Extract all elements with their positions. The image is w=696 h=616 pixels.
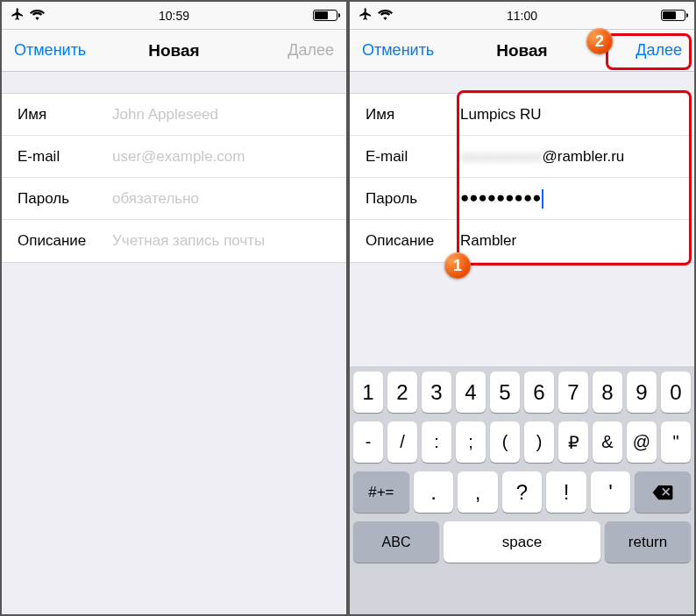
- key-sym[interactable]: -: [353, 421, 383, 463]
- key-sym[interactable]: :: [422, 421, 451, 463]
- key-8[interactable]: 8: [593, 372, 622, 413]
- next-button[interactable]: Далее: [636, 41, 682, 60]
- next-button: Далее: [288, 41, 334, 60]
- key-sym[interactable]: /: [387, 421, 417, 463]
- wifi-icon: [30, 9, 45, 23]
- email-label: E-mail: [366, 148, 460, 166]
- password-row[interactable]: Пароль ●●●●●●●●●: [350, 178, 694, 220]
- battery-icon: [661, 10, 685, 21]
- airplane-icon: [359, 7, 373, 24]
- account-form: Имя John Appleseed E-mail user@example.c…: [2, 93, 346, 263]
- key-1[interactable]: 1: [353, 372, 383, 413]
- key-6[interactable]: 6: [524, 372, 554, 413]
- statusbar: 10:59: [2, 2, 346, 30]
- text-cursor: [542, 189, 543, 209]
- name-row[interactable]: Имя John Appleseed: [2, 94, 346, 136]
- desc-label: Описание: [18, 232, 112, 250]
- key-sym[interactable]: (: [490, 421, 520, 463]
- key-2[interactable]: 2: [387, 372, 417, 413]
- key-3[interactable]: 3: [422, 372, 451, 413]
- password-row[interactable]: Пароль обязательно: [2, 178, 346, 220]
- key-0[interactable]: 0: [661, 372, 691, 413]
- password-label: Пароль: [18, 190, 112, 208]
- key-punct[interactable]: .: [414, 471, 454, 513]
- password-input[interactable]: ●●●●●●●●●: [460, 189, 543, 209]
- desc-row[interactable]: Описание Rambler: [350, 220, 694, 262]
- key-punct[interactable]: ': [591, 471, 631, 513]
- backspace-icon[interactable]: [635, 471, 691, 513]
- status-time: 10:59: [159, 9, 189, 23]
- key-sym[interactable]: ): [524, 421, 554, 463]
- key-sym[interactable]: ;: [456, 421, 486, 463]
- nav-title: Новая: [148, 41, 199, 60]
- desc-row[interactable]: Описание Учетная запись почты: [2, 220, 346, 262]
- key-sym[interactable]: ": [661, 421, 691, 463]
- badge-1: 1: [444, 252, 471, 279]
- battery-icon: [313, 10, 337, 21]
- name-input[interactable]: Lumpics RU: [460, 106, 542, 124]
- desc-input[interactable]: Учетная запись почты: [112, 232, 265, 250]
- navbar: Отменить Новая Далее: [350, 30, 694, 72]
- password-label: Пароль: [366, 190, 460, 208]
- key-sym[interactable]: @: [627, 421, 657, 463]
- badge-2: 2: [586, 28, 613, 54]
- key-sym[interactable]: &: [593, 421, 622, 463]
- wifi-icon: [378, 9, 393, 23]
- key-mode[interactable]: #+=: [353, 471, 409, 513]
- key-9[interactable]: 9: [627, 372, 657, 413]
- key-return[interactable]: return: [605, 521, 691, 563]
- email-input[interactable]: xxxxxxxxxxx@rambler.ru: [460, 148, 624, 166]
- statusbar: 11:00: [350, 2, 694, 30]
- key-sym[interactable]: ₽: [558, 421, 588, 463]
- key-abc[interactable]: ABC: [353, 521, 439, 563]
- email-row[interactable]: E-mail user@example.com: [2, 136, 346, 178]
- email-label: E-mail: [18, 148, 112, 166]
- screen-left: 10:59 Отменить Новая Далее Имя John Appl…: [0, 0, 348, 616]
- key-punct[interactable]: ?: [502, 471, 543, 513]
- cancel-button[interactable]: Отменить: [14, 41, 86, 60]
- name-input[interactable]: John Appleseed: [112, 106, 218, 124]
- key-7[interactable]: 7: [558, 372, 588, 413]
- navbar: Отменить Новая Далее: [2, 30, 346, 72]
- password-input[interactable]: обязательно: [112, 190, 199, 208]
- name-label: Имя: [366, 106, 460, 124]
- desc-input[interactable]: Rambler: [460, 232, 516, 250]
- key-space[interactable]: space: [444, 521, 600, 563]
- nav-title: Новая: [496, 41, 547, 60]
- desc-label: Описание: [366, 232, 460, 250]
- keyboard: 1234567890 -/:;()₽&@" #+=.,?!' ABC space…: [350, 366, 694, 614]
- key-punct[interactable]: !: [546, 471, 586, 513]
- screen-right: 11:00 Отменить Новая Далее Имя Lumpics R…: [348, 0, 696, 616]
- status-time: 11:00: [507, 9, 537, 23]
- email-row[interactable]: E-mail xxxxxxxxxxx@rambler.ru: [350, 136, 694, 178]
- cancel-button[interactable]: Отменить: [362, 41, 434, 60]
- email-input[interactable]: user@example.com: [112, 148, 245, 166]
- key-5[interactable]: 5: [490, 372, 520, 413]
- name-label: Имя: [18, 106, 112, 124]
- name-row[interactable]: Имя Lumpics RU: [350, 94, 694, 136]
- key-punct[interactable]: ,: [458, 471, 498, 513]
- airplane-icon: [11, 7, 25, 24]
- account-form: Имя Lumpics RU E-mail xxxxxxxxxxx@ramble…: [350, 93, 694, 263]
- key-4[interactable]: 4: [456, 372, 486, 413]
